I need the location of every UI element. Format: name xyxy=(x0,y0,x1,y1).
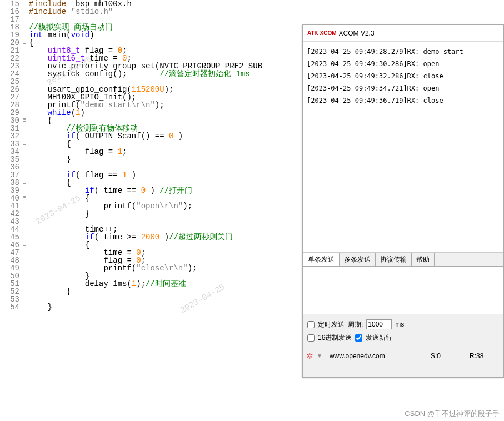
fold-icon xyxy=(21,156,28,163)
fold-icon xyxy=(21,210,28,218)
timed-send-checkbox[interactable] xyxy=(307,321,315,328)
code-content[interactable] xyxy=(28,295,29,303)
newline-label: 发送新行 xyxy=(366,333,392,343)
fold-icon xyxy=(21,280,28,288)
csdn-watermark: CSDN @千不过神评的段子手 xyxy=(405,409,500,419)
line-number: 46 xyxy=(0,241,21,249)
code-content[interactable] xyxy=(28,78,29,86)
hex-send-checkbox[interactable] xyxy=(307,334,315,342)
code-content[interactable]: delay_1ms(1);//时间基准 xyxy=(28,280,186,288)
code-content[interactable]: } xyxy=(28,156,71,163)
code-content[interactable]: } xyxy=(28,303,52,311)
fold-icon xyxy=(21,171,28,179)
code-content[interactable]: { xyxy=(28,117,52,124)
dropdown-icon[interactable]: ▼ xyxy=(317,353,325,359)
fold-icon[interactable]: ⊟ xyxy=(21,39,28,47)
code-content[interactable]: } xyxy=(28,210,89,218)
code-content[interactable]: #include "stdio.h" xyxy=(28,8,113,16)
newline-checkbox[interactable] xyxy=(355,334,362,342)
fold-icon[interactable]: ⊟ xyxy=(21,241,28,249)
fold-icon xyxy=(21,54,28,62)
code-content[interactable] xyxy=(28,16,29,23)
line-number: 16 xyxy=(0,8,21,16)
code-content[interactable]: if( OUTPIN_Scanf() == 0 ) xyxy=(28,132,183,140)
fold-icon xyxy=(21,47,28,54)
period-input[interactable] xyxy=(366,319,392,329)
code-content[interactable]: if( flag == 1 ) xyxy=(28,171,136,179)
code-content[interactable]: { xyxy=(28,194,89,202)
line-number: 49 xyxy=(0,264,21,272)
fold-icon xyxy=(21,109,28,117)
tab-multi-send[interactable]: 多条发送 xyxy=(339,253,376,266)
code-content[interactable]: usart_gpio_config(115200U); xyxy=(28,86,173,93)
line-number: 45 xyxy=(0,233,21,241)
code-content[interactable]: { xyxy=(28,241,89,249)
fold-icon xyxy=(21,272,28,280)
tab-help[interactable]: 帮助 xyxy=(411,253,435,266)
rx-line: [2023-04-25 09:49:32.286]RX: close xyxy=(307,70,500,82)
line-number: 28 xyxy=(0,101,21,109)
fold-icon xyxy=(21,0,28,8)
code-content[interactable]: flag = 0; xyxy=(28,257,146,264)
line-number: 30 xyxy=(0,117,21,124)
code-content[interactable]: int main(void) xyxy=(28,31,94,39)
fold-icon xyxy=(21,23,28,31)
fold-icon xyxy=(21,288,28,295)
code-content[interactable]: time++; xyxy=(28,225,118,233)
line-number: 24 xyxy=(0,70,21,78)
tab-single-send[interactable]: 单条发送 xyxy=(303,253,340,266)
code-content[interactable]: uint8_t flag = 0; xyxy=(28,47,127,54)
code-line[interactable]: 16#include "stdio.h" xyxy=(0,8,504,16)
code-content[interactable] xyxy=(28,218,29,225)
rx-line: [2023-04-25 09:49:36.719]RX: close xyxy=(307,94,500,107)
tab-protocol[interactable]: 协议传输 xyxy=(375,253,412,266)
status-url[interactable]: www.openedv.com xyxy=(325,348,426,363)
code-content[interactable]: { xyxy=(28,39,33,47)
send-textarea[interactable] xyxy=(303,267,503,314)
code-content[interactable]: #include bsp_mh100x.h xyxy=(28,0,132,8)
fold-icon xyxy=(21,132,28,140)
code-content[interactable]: if( time == 0 ) //打开门 xyxy=(28,187,192,194)
code-content[interactable]: time = 0; xyxy=(28,249,146,257)
code-content[interactable]: //检测到有物体移动 xyxy=(28,124,138,132)
fold-icon xyxy=(21,225,28,233)
code-content[interactable]: //模拟实现 商场自动门 xyxy=(28,23,113,31)
ms-label: ms xyxy=(395,320,404,328)
fold-icon xyxy=(21,16,28,23)
code-content[interactable]: nvic_priority_group_set(NVIC_PRIGROUP_PR… xyxy=(28,62,262,70)
fold-icon xyxy=(21,31,28,39)
code-content[interactable] xyxy=(28,163,29,171)
code-line[interactable]: 15#include bsp_mh100x.h xyxy=(0,0,504,8)
gear-icon[interactable]: ✲ xyxy=(303,351,317,361)
code-content[interactable]: { xyxy=(28,179,71,187)
line-number: 17 xyxy=(0,16,21,23)
code-content[interactable]: } xyxy=(28,272,89,280)
line-number: 52 xyxy=(0,288,21,295)
code-content[interactable]: printf("close\r\n"); xyxy=(28,264,197,272)
fold-icon xyxy=(21,163,28,171)
code-content[interactable]: flag = 1; xyxy=(28,148,127,156)
code-content[interactable]: printf("open\r\n"); xyxy=(28,202,192,210)
code-content[interactable]: if( time >= 2000 )//超过两秒则关门 xyxy=(28,233,233,241)
code-content[interactable]: MH100X_GPIO_Init(); xyxy=(28,93,136,101)
fold-icon[interactable]: ⊟ xyxy=(21,179,28,187)
fold-icon[interactable]: ⊟ xyxy=(21,140,28,148)
send-tabs: 单条发送 多条发送 协议传输 帮助 xyxy=(303,253,503,267)
line-number: 31 xyxy=(0,124,21,132)
code-content[interactable]: { xyxy=(28,140,71,148)
code-content[interactable]: systick_config(); //滴答定时器初始化 1ms xyxy=(28,70,250,78)
code-content[interactable]: } xyxy=(28,288,71,295)
code-content[interactable]: printf("demo start\r\n"); xyxy=(28,101,164,109)
rx-output[interactable]: [2023-04-25 09:49:28.279]RX: demo start[… xyxy=(303,42,503,253)
code-line[interactable]: 17 xyxy=(0,16,504,23)
fold-icon[interactable]: ⊟ xyxy=(21,117,28,124)
timed-send-label: 定时发送 xyxy=(318,320,345,329)
hex-send-label: 16进制发送 xyxy=(318,333,352,343)
code-content[interactable]: uint16_t time = 0; xyxy=(28,54,132,62)
fold-icon xyxy=(21,8,28,16)
fold-icon[interactable]: ⊟ xyxy=(21,194,28,202)
code-content[interactable]: while(1) xyxy=(28,109,85,117)
window-titlebar[interactable]: ATK XCOM XCOM V2.3 xyxy=(303,25,503,42)
line-number: 47 xyxy=(0,249,21,257)
fold-icon xyxy=(21,295,28,303)
